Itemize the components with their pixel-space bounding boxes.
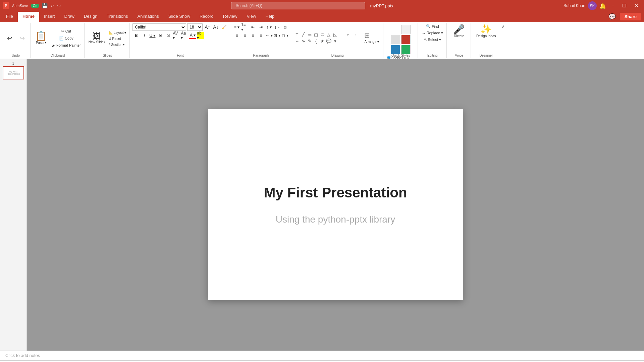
format-painter-button[interactable]: 🖌 Format Painter xyxy=(50,43,82,48)
text-box-shape[interactable]: T xyxy=(294,32,300,38)
columns-button[interactable]: ⫿ ▾ xyxy=(273,23,281,31)
tab-home[interactable]: Home xyxy=(18,12,39,22)
char-spacing-button[interactable]: AV ▾ xyxy=(173,32,180,39)
align-center-button[interactable]: ≡ xyxy=(241,32,249,39)
slide-canvas[interactable]: My First Presentation Using the python-p… xyxy=(208,109,463,300)
slide-thumbnail-1[interactable]: 1 My First Presentation xyxy=(1,62,25,79)
curved-shape[interactable]: ∿ xyxy=(300,38,306,44)
tab-review[interactable]: Review xyxy=(218,12,242,22)
comments-icon[interactable]: 💬 xyxy=(606,12,619,22)
shapes-more-btn[interactable]: ▾ xyxy=(332,38,338,44)
rect-shape[interactable]: ▭ xyxy=(307,32,313,38)
tab-insert[interactable]: Insert xyxy=(39,12,60,22)
strikethrough-button[interactable]: S xyxy=(157,32,164,39)
tab-animations[interactable]: Animations xyxy=(133,12,164,22)
highlight-button[interactable]: ab ▾ xyxy=(197,32,204,39)
double-arrow-shape[interactable]: ↔ xyxy=(294,38,300,44)
tab-transitions[interactable]: Transitions xyxy=(102,12,132,22)
underline-button[interactable]: U ▾ xyxy=(149,32,156,39)
minimize-button[interactable]: − xyxy=(609,2,617,9)
avatar[interactable]: SK xyxy=(588,1,597,10)
freeform-shape[interactable]: ✎ xyxy=(307,38,313,44)
align-right-button[interactable]: ≡ xyxy=(249,32,257,39)
line2-shape[interactable]: — xyxy=(338,32,344,38)
restore-button[interactable]: ❐ xyxy=(620,2,629,9)
font-color-button[interactable]: A ▾ xyxy=(189,32,196,39)
slide-subtitle[interactable]: Using the python-pptx library xyxy=(276,214,395,225)
redo-title-btn[interactable]: ↪ xyxy=(57,3,61,8)
new-slide-button[interactable]: 🖼 New Slide ▾ xyxy=(87,32,107,45)
elbow-shape[interactable]: ⌐ xyxy=(345,32,351,38)
qs-item-4[interactable] xyxy=(401,35,411,44)
brace-shape[interactable]: { xyxy=(313,38,319,44)
justify-button[interactable]: ≡ xyxy=(257,32,265,39)
redo-button[interactable]: ↪ xyxy=(16,34,28,42)
numbering-button[interactable]: 1≡ ▾ xyxy=(241,23,249,31)
oval-shape[interactable]: ⬭ xyxy=(319,32,325,38)
line-spacing-button[interactable]: ↕ ▾ xyxy=(265,23,273,31)
undo-title-btn[interactable]: ↩ xyxy=(50,3,54,8)
star-shape[interactable]: ★ xyxy=(319,38,325,44)
dictate-button[interactable]: 🎤 Dictate xyxy=(450,23,468,39)
arrange-icon: ⊞ xyxy=(364,32,379,39)
increase-font-button[interactable]: A↑ xyxy=(204,23,211,31)
ribbon-collapse-button[interactable]: ∧ xyxy=(501,23,505,58)
save-button[interactable]: 💾 xyxy=(42,3,48,8)
cut-button[interactable]: ✂ Cut xyxy=(50,28,82,34)
change-case-button[interactable]: Aa ▾ xyxy=(181,32,188,39)
align-left-button[interactable]: ≡ xyxy=(233,32,240,39)
align-text-button[interactable]: ⊡ ▾ xyxy=(273,32,281,39)
undo-button[interactable]: ↩ xyxy=(3,34,15,42)
paragraph-dialog-button[interactable]: ⊡ xyxy=(281,23,289,31)
arrow-shape[interactable]: → xyxy=(351,32,357,38)
text-direction-button[interactable]: ↔ ▾ xyxy=(265,32,273,39)
font-size-selector[interactable]: 18122436 xyxy=(187,23,203,31)
replace-button[interactable]: ↔ Replace ▾ xyxy=(421,30,444,36)
tab-file[interactable]: File xyxy=(1,12,18,22)
layout-button[interactable]: 📐 Layout ▾ xyxy=(107,30,128,35)
tab-draw[interactable]: Draw xyxy=(60,12,79,22)
search-input[interactable] xyxy=(231,2,365,9)
notifications-icon[interactable]: 🔔 xyxy=(599,3,606,9)
close-button[interactable]: ✕ xyxy=(632,2,641,9)
triangle-shape[interactable]: △ xyxy=(326,32,332,38)
paste-button[interactable]: 📋 Paste ▾ xyxy=(33,31,49,45)
tab-help[interactable]: Help xyxy=(261,12,279,22)
find-button[interactable]: 🔍 Find xyxy=(425,23,440,29)
tab-record[interactable]: Record xyxy=(195,12,218,22)
qs-item-5[interactable] xyxy=(391,45,400,54)
decrease-font-button[interactable]: A↓ xyxy=(212,23,219,31)
reset-button[interactable]: ↺ Reset xyxy=(107,36,128,41)
notes-area[interactable]: Click to add notes xyxy=(0,351,644,360)
qs-item-2[interactable] xyxy=(401,25,411,34)
slide-title[interactable]: My First Presentation xyxy=(264,185,407,201)
qs-item-6[interactable] xyxy=(401,45,411,54)
select-button[interactable]: ↖ Select ▾ xyxy=(423,37,443,43)
share-button[interactable]: Share xyxy=(620,13,641,20)
arrange-button[interactable]: ⊞ Arrange ▾ xyxy=(362,31,381,45)
tab-slideshow[interactable]: Slide Show xyxy=(164,12,195,22)
autosave-toggle[interactable]: On xyxy=(31,4,39,8)
qs-item-3[interactable] xyxy=(391,35,400,44)
tab-view[interactable]: View xyxy=(242,12,261,22)
smartart-button[interactable]: ◻ ▾ xyxy=(281,32,289,39)
design-ideas-icon: ✨ xyxy=(480,25,492,34)
tab-design[interactable]: Design xyxy=(79,12,102,22)
bullets-button[interactable]: ≡ ▾ xyxy=(233,23,240,31)
right-triangle-shape[interactable]: ◺ xyxy=(332,32,338,38)
ribbon-group-clipboard: 📋 Paste ▾ ✂ Cut 📄 Copy 🖌 Format Painter … xyxy=(31,23,85,58)
font-family-selector[interactable]: CalibriArialTimes New Roman xyxy=(132,23,186,31)
qs-item-1[interactable] xyxy=(391,25,400,34)
callout-shape[interactable]: 💬 xyxy=(326,38,332,44)
line-shape[interactable]: ╱ xyxy=(300,32,306,38)
rounded-rect-shape[interactable]: ▢ xyxy=(313,32,319,38)
shadow-button[interactable]: S xyxy=(165,32,172,39)
section-button[interactable]: § Section ▾ xyxy=(107,42,128,47)
copy-button[interactable]: 📄 Copy xyxy=(50,36,82,41)
decrease-indent-button[interactable]: ⇤ xyxy=(249,23,257,31)
increase-indent-button[interactable]: ⇥ xyxy=(257,23,265,31)
italic-button[interactable]: I xyxy=(141,32,148,39)
design-ideas-button[interactable]: ✨ Design Ideas xyxy=(474,23,498,39)
bold-button[interactable]: B xyxy=(132,32,140,39)
clear-format-button[interactable]: 🧹 xyxy=(220,23,228,31)
